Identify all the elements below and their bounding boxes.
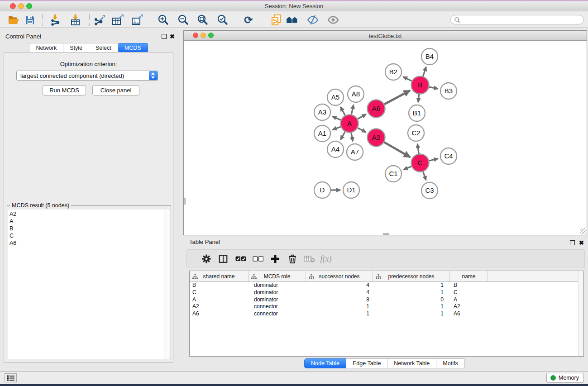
canvas-v-scroll-thumb[interactable]: [184, 198, 186, 205]
list-item[interactable]: A2: [8, 210, 164, 218]
graph-edge[interactable]: [384, 142, 410, 157]
unselect-all-icon[interactable]: [252, 253, 264, 265]
zoom-selected-icon[interactable]: [216, 14, 229, 26]
table-cell[interactable]: dominator: [249, 289, 306, 296]
zoom-in-icon[interactable]: [157, 14, 170, 26]
table-row[interactable]: A6connector11A6: [190, 310, 578, 318]
refresh-icon[interactable]: ⟳: [242, 14, 255, 26]
delete-table-icon[interactable]: [304, 253, 316, 265]
show-columns-icon[interactable]: [217, 253, 229, 265]
tab-select[interactable]: Select: [89, 43, 118, 52]
graph-edge[interactable]: [340, 131, 345, 140]
hide-selected-icon[interactable]: [306, 14, 319, 26]
graph-edge[interactable]: [357, 114, 366, 119]
table-cell[interactable]: connector: [249, 303, 306, 310]
float-panel-icon[interactable]: [162, 34, 167, 39]
window-resize-grip[interactable]: [580, 228, 586, 234]
table-cell[interactable]: A2: [450, 303, 488, 310]
criterion-dropdown[interactable]: largest connected component (directed): [16, 71, 158, 81]
run-mcds-button[interactable]: Run MCDS: [43, 85, 86, 95]
export-image-icon[interactable]: [131, 14, 143, 26]
graph-edge[interactable]: [429, 87, 438, 89]
column-header-predecessor-nodes[interactable]: predecessor nodes: [373, 271, 450, 281]
close-panel-button[interactable]: Close panel: [92, 85, 139, 95]
table-cell[interactable]: A: [450, 296, 488, 304]
tab-network-table[interactable]: Network Table: [387, 358, 436, 368]
table-cell[interactable]: 1: [373, 282, 450, 289]
show-hidden-icon[interactable]: [327, 14, 339, 26]
table-cell[interactable]: 1: [373, 310, 450, 318]
table-cell[interactable]: B: [190, 282, 249, 289]
network-window-titlebar[interactable]: testGlobe.txt: [184, 31, 587, 41]
table-cell[interactable]: dominator: [249, 296, 306, 304]
table-cell[interactable]: A2: [190, 303, 249, 310]
list-item[interactable]: C: [8, 232, 164, 239]
close-panel-icon[interactable]: ✖: [170, 34, 175, 39]
graph-edge[interactable]: [423, 67, 426, 77]
table-cell[interactable]: dominator: [249, 282, 306, 289]
table-scrollbar[interactable]: [578, 271, 583, 356]
table-row[interactable]: A2connector11A2: [190, 303, 578, 310]
list-item[interactable]: B: [8, 225, 164, 232]
column-header-name[interactable]: name: [450, 271, 488, 281]
table-row[interactable]: Cdominator41C: [190, 289, 578, 296]
open-file-icon[interactable]: [7, 14, 20, 26]
network-view-window[interactable]: testGlobe.txt AA1A2A3A4A5A6A7A8BB1B2B3B4…: [183, 30, 587, 235]
graph-edge[interactable]: [403, 166, 412, 170]
column-header-successor-nodes[interactable]: successor nodes: [306, 271, 373, 281]
tab-edge-table[interactable]: Edge Table: [346, 358, 387, 368]
zoom-fit-icon[interactable]: [196, 14, 209, 26]
graph-edge[interactable]: [418, 94, 419, 102]
delete-column-trash-icon[interactable]: [287, 253, 298, 265]
result-list-scrollbar[interactable]: [164, 210, 170, 359]
graph-edge[interactable]: [403, 77, 412, 81]
table-cell[interactable]: 1: [373, 303, 450, 310]
table-cell[interactable]: 4: [306, 282, 373, 289]
graph-edge[interactable]: [417, 144, 419, 154]
graph-edge[interactable]: [351, 105, 354, 114]
table-cell[interactable]: C: [190, 289, 249, 296]
tab-mcds[interactable]: MCDS: [118, 43, 148, 52]
table-cell[interactable]: A6: [190, 310, 249, 318]
table-cell[interactable]: A6: [450, 310, 488, 318]
tab-network[interactable]: Network: [29, 43, 63, 52]
table-cell[interactable]: C: [450, 289, 488, 296]
add-column-icon[interactable]: [269, 253, 281, 265]
table-settings-gear-icon[interactable]: [201, 253, 212, 265]
show-all-windows-icon[interactable]: [286, 14, 298, 26]
graph-edge[interactable]: [429, 159, 438, 161]
memory-button[interactable]: Memory: [546, 373, 584, 383]
table-cell[interactable]: 8: [306, 296, 373, 304]
table-cell[interactable]: A: [190, 296, 249, 304]
network-graph[interactable]: AA1A2A3A4A5A6A7A8BB1B2B3B4CC1C2C3C4DD1: [184, 41, 587, 235]
table-cell[interactable]: 4: [306, 289, 373, 296]
graph-edge[interactable]: [351, 132, 353, 141]
graph-edge[interactable]: [340, 107, 345, 116]
function-builder-icon[interactable]: f(x): [320, 253, 332, 265]
graph-edge[interactable]: [332, 116, 341, 120]
save-session-icon[interactable]: [24, 14, 36, 26]
tab-style[interactable]: Style: [63, 43, 89, 52]
tab-node-table[interactable]: Node Table: [304, 358, 346, 368]
table-cell[interactable]: 1: [373, 289, 450, 296]
column-header-shared-name[interactable]: shared name: [190, 271, 249, 281]
graph-edge[interactable]: [423, 171, 426, 180]
tab-motifs[interactable]: Motifs: [436, 358, 464, 368]
network-canvas[interactable]: AA1A2A3A4A5A6A7A8BB1B2B3B4CC1C2C3C4DD1: [184, 41, 587, 235]
table-row[interactable]: Adominator80A: [190, 296, 578, 304]
graph-edge[interactable]: [384, 91, 410, 105]
manage-styles-icon[interactable]: [270, 14, 282, 26]
table-cell[interactable]: 1: [306, 310, 373, 318]
list-item[interactable]: A: [8, 218, 164, 225]
table-cell[interactable]: 1: [306, 303, 373, 310]
title-bar[interactable]: Session: New Session: [0, 1, 588, 11]
import-table-icon[interactable]: [69, 14, 82, 26]
close-panel-icon[interactable]: ✖: [579, 240, 584, 245]
mcds-result-list[interactable]: A2ABCA6: [8, 210, 164, 359]
search-field[interactable]: [450, 15, 584, 24]
node-table-body[interactable]: Bdominator41BCdominator41CAdominator80AA…: [190, 282, 578, 356]
list-item[interactable]: A6: [8, 239, 164, 247]
export-table-icon[interactable]: [111, 14, 124, 26]
import-network-icon[interactable]: [49, 14, 62, 26]
select-all-icon[interactable]: [235, 253, 247, 265]
